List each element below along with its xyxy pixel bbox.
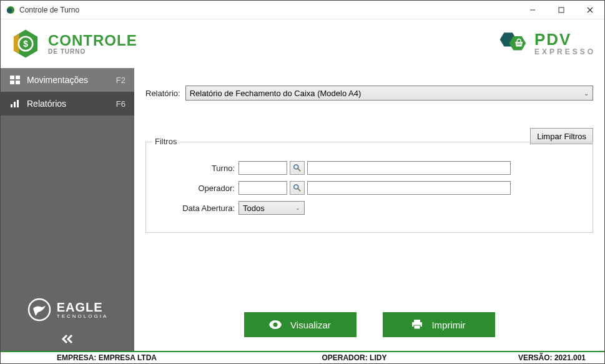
chevron-down-icon: ⌄ bbox=[584, 90, 589, 97]
svg-point-25 bbox=[294, 185, 298, 189]
logo-pdv-subtitle: EXPRESSO bbox=[534, 47, 596, 56]
status-operador: OPERADOR: LIDY bbox=[272, 353, 437, 362]
report-label: Relatório: bbox=[145, 89, 180, 98]
printer-icon bbox=[411, 320, 423, 330]
magnifier-icon bbox=[293, 164, 302, 172]
minimize-button[interactable] bbox=[518, 1, 547, 19]
svg-line-26 bbox=[298, 189, 300, 191]
header: $ CONTROLE DE TURNO PDV EXPRESSO bbox=[1, 19, 604, 68]
hex-basket-icon bbox=[496, 27, 528, 60]
status-bar: EMPRESA: EMPRESA LTDA OPERADOR: LIDY VER… bbox=[1, 351, 604, 363]
grid-icon bbox=[9, 76, 21, 84]
turno-search-button[interactable] bbox=[290, 161, 305, 175]
imprimir-button[interactable]: Imprimir bbox=[383, 312, 495, 337]
svg-text:$: $ bbox=[23, 39, 28, 49]
sidebar-item-key: F2 bbox=[116, 76, 125, 85]
sidebar-item-key: F6 bbox=[116, 99, 125, 109]
turno-code-input[interactable] bbox=[239, 161, 287, 175]
filters-fieldset: Filtros Turno: Operador: Data Abertura: bbox=[145, 142, 593, 233]
operador-label: Operador: bbox=[157, 184, 239, 193]
maximize-button[interactable] bbox=[547, 1, 576, 19]
svg-rect-15 bbox=[10, 76, 14, 79]
chevron-double-left-icon bbox=[61, 334, 74, 344]
eagle-title: EAGLE bbox=[57, 301, 108, 313]
imprimir-label: Imprimir bbox=[431, 320, 465, 330]
svg-line-24 bbox=[298, 169, 300, 171]
eagle-logo: EAGLE TECNOLOGIA bbox=[1, 288, 134, 327]
svg-rect-17 bbox=[10, 81, 14, 84]
svg-point-27 bbox=[273, 323, 278, 327]
hex-dollar-icon: $ bbox=[9, 27, 42, 60]
data-abertura-label: Data Abertura: bbox=[157, 204, 239, 213]
svg-rect-20 bbox=[14, 102, 16, 107]
collapse-sidebar-button[interactable] bbox=[1, 327, 134, 351]
visualizar-label: Visualizar bbox=[290, 320, 331, 330]
operador-search-button[interactable] bbox=[290, 181, 305, 195]
svg-point-1 bbox=[7, 8, 12, 13]
svg-rect-3 bbox=[559, 7, 564, 12]
operador-name-input[interactable] bbox=[307, 181, 511, 195]
svg-rect-16 bbox=[16, 76, 20, 79]
report-select-value: Relatório de Fechamento do Caixa (Modelo… bbox=[190, 89, 362, 98]
main-content: Relatório: Relatório de Fechamento do Ca… bbox=[134, 68, 604, 351]
titlebar: Controle de Turno bbox=[1, 1, 604, 19]
logo-pdv: PDV EXPRESSO bbox=[496, 27, 596, 60]
svg-rect-18 bbox=[16, 81, 20, 84]
svg-rect-21 bbox=[17, 100, 19, 107]
sidebar-item-label: Relatórios bbox=[27, 99, 116, 109]
logo-controle-title: CONTROLE bbox=[48, 33, 137, 48]
logo-pdv-title: PDV bbox=[534, 31, 596, 47]
logo-controle-subtitle: DE TURNO bbox=[48, 48, 137, 55]
sidebar-item-relatorios[interactable]: Relatórios F6 bbox=[1, 92, 134, 116]
eagle-icon bbox=[27, 297, 52, 322]
data-abertura-value: Todos bbox=[243, 204, 265, 213]
data-abertura-select[interactable]: Todos ⌄ bbox=[239, 201, 305, 215]
svg-point-23 bbox=[294, 165, 298, 169]
close-button[interactable] bbox=[576, 1, 604, 19]
svg-rect-28 bbox=[414, 320, 420, 322]
logo-controle: $ CONTROLE DE TURNO bbox=[9, 27, 137, 60]
sidebar-item-label: Movimentações bbox=[27, 75, 116, 85]
status-versao: VERSÃO: 2021.001 bbox=[437, 353, 604, 362]
magnifier-icon bbox=[293, 184, 302, 192]
eye-icon bbox=[269, 320, 282, 329]
svg-rect-19 bbox=[11, 104, 12, 107]
turno-label: Turno: bbox=[157, 164, 239, 173]
window-title: Controle de Turno bbox=[19, 6, 518, 14]
chevron-down-icon: ⌄ bbox=[295, 205, 300, 211]
operador-code-input[interactable] bbox=[239, 181, 287, 195]
chart-icon bbox=[9, 99, 21, 108]
filters-legend: Filtros bbox=[152, 137, 179, 146]
sidebar-item-movimentacoes[interactable]: Movimentações F2 bbox=[1, 68, 134, 92]
report-select[interactable]: Relatório de Fechamento do Caixa (Modelo… bbox=[185, 86, 593, 101]
sidebar: Movimentações F2 Relatórios F6 EAGLE TEC… bbox=[1, 68, 134, 351]
turno-name-input[interactable] bbox=[307, 161, 511, 175]
app-icon bbox=[6, 5, 16, 15]
visualizar-button[interactable]: Visualizar bbox=[244, 312, 357, 337]
status-empresa: EMPRESA: EMPRESA LTDA bbox=[1, 353, 272, 362]
svg-rect-30 bbox=[414, 325, 420, 329]
eagle-subtitle: TECNOLOGIA bbox=[57, 313, 108, 319]
